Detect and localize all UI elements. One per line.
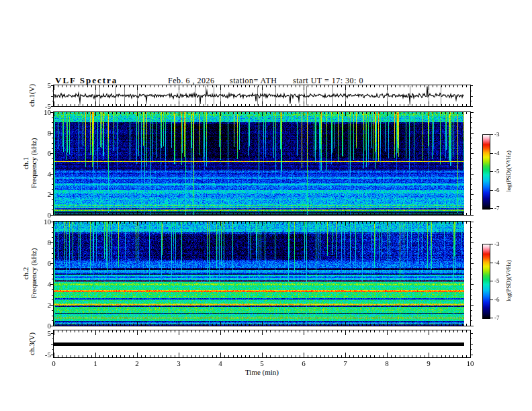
colorbar-tick-label: -3	[494, 131, 500, 138]
ch1-waveform-panel	[53, 85, 471, 107]
colorbar-tick	[490, 171, 493, 172]
x-axis-label: Time (min)	[245, 368, 279, 376]
y-tick-label: -5	[28, 351, 51, 359]
x-tick-label: 8	[377, 359, 397, 367]
ch3-waveform-canvas	[54, 330, 470, 357]
colorbar-tick-label: -7	[494, 205, 500, 212]
x-tick-label: 10	[460, 359, 480, 367]
ch2-spectrogram-panel	[53, 221, 471, 326]
ch2-label: ch.2	[21, 248, 30, 299]
colorbar-tick-label: -4	[494, 150, 500, 156]
ch1-spectrogram-panel	[53, 111, 471, 216]
y-tick-label: 2	[28, 190, 51, 198]
ch1-spectrogram-canvas	[54, 112, 470, 215]
colorbar-2	[482, 244, 490, 319]
y-tick-label: 8	[28, 129, 51, 137]
y-tick-label: 6	[28, 149, 51, 157]
x-tick-label: 6	[294, 359, 314, 367]
x-tick-label: 4	[210, 359, 230, 367]
frequency-axis-label-1: Frequency (kHz)	[30, 138, 38, 189]
ch1-label: ch.1	[21, 138, 30, 189]
y-tick-label: 4	[28, 280, 51, 288]
ch1-waveform-canvas	[54, 85, 470, 106]
vlf-spectra-figure: VLF Spectra Feb. 6 , 2026 station= ATH s…	[0, 0, 532, 411]
ch2-spectrogram-ylabel: ch.2 Frequency (kHz)	[21, 248, 38, 299]
colorbar-tick-label: -4	[494, 259, 500, 266]
colorbar-tick-label: -7	[494, 314, 500, 321]
y-tick-label: 6	[28, 259, 51, 267]
x-tick-label: 7	[335, 359, 355, 367]
x-tick-label: 0	[44, 359, 64, 367]
colorbar-tick-label: -5	[494, 277, 500, 284]
y-tick-label: 8	[28, 238, 51, 246]
x-tick-label: 3	[169, 359, 189, 367]
colorbar-tick	[490, 281, 493, 281]
colorbar-1	[482, 134, 490, 210]
y-tick-label: -5	[28, 102, 51, 110]
frequency-axis-label-2: Frequency (kHz)	[30, 248, 38, 299]
colorbar-tick	[490, 263, 493, 263]
y-tick-label: 5	[28, 329, 51, 337]
colorbar-tick	[490, 153, 493, 154]
colorbar-1-label: log(PSD)(V²/Hz)	[505, 150, 512, 192]
y-tick-label: 4	[28, 170, 51, 178]
x-tick-label: 1	[85, 359, 105, 367]
colorbar-tick	[490, 244, 493, 244]
x-tick-label: 9	[418, 359, 439, 367]
y-tick-label: 10	[28, 218, 51, 226]
colorbar-tick	[490, 300, 493, 300]
ch3-waveform-panel	[53, 330, 471, 358]
ch1-spectrogram-ylabel: ch.1 Frequency (kHz)	[21, 138, 38, 189]
ch2-spectrogram-canvas	[54, 222, 470, 326]
colorbar-tick-label: -6	[494, 187, 500, 193]
colorbar-tick	[490, 318, 493, 318]
y-tick-label: 5	[28, 81, 51, 89]
colorbar-2-label: log(PSD)(V²/Hz)	[505, 260, 512, 302]
colorbar-tick	[490, 190, 493, 191]
colorbar-tick	[490, 208, 493, 209]
y-tick-label: 2	[28, 301, 51, 309]
colorbar-tick-label: -3	[494, 240, 500, 247]
colorbar-tick	[490, 134, 493, 135]
x-tick-label: 5	[252, 359, 272, 367]
colorbar-tick-label: -6	[494, 296, 500, 303]
x-tick-label: 2	[127, 359, 147, 367]
colorbar-tick-label: -5	[494, 168, 500, 175]
